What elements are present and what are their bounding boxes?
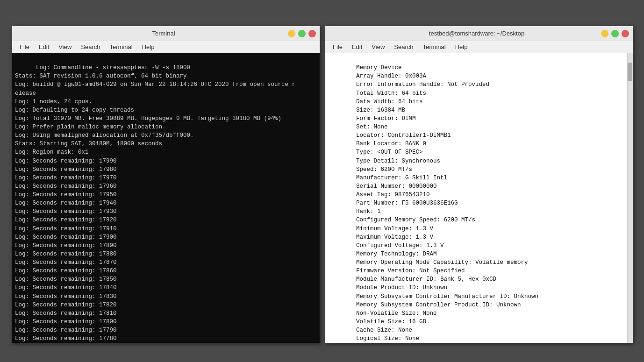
minimize-button-1[interactable]: – [288, 30, 295, 37]
window-title-1: Terminal [39, 30, 288, 37]
minimize-button-2[interactable]: – [601, 30, 608, 37]
terminal-body-1: Log: Commandline - stressapptest -W -s 1… [12, 53, 320, 343]
desktop: Terminal – ❐ ✕ File Edit View Search Ter… [0, 0, 644, 362]
terminal-window-2: testbed@tomshardware: ~/Desktop – ❐ ✕ Fi… [325, 26, 633, 343]
menu-terminal-2[interactable]: Terminal [419, 43, 450, 51]
maximize-button-2[interactable]: ❐ [611, 30, 619, 37]
close-button-1[interactable]: ✕ [308, 30, 316, 37]
terminal-text-2: Memory Device Array Handle: 0x003A Error… [328, 64, 538, 342]
scrollbar-2[interactable] [627, 53, 633, 343]
title-bar-controls-2: – ❐ ✕ [601, 30, 629, 37]
menu-bar-1: File Edit View Search Terminal Help [12, 41, 320, 53]
menu-edit-1[interactable]: Edit [35, 43, 53, 51]
terminal-text-1: Log: Commandline - stressapptest -W -s 1… [15, 64, 295, 343]
scrollbar-thumb-2[interactable] [628, 63, 632, 81]
menu-search-1[interactable]: Search [77, 43, 104, 51]
terminal-window-1: Terminal – ❐ ✕ File Edit View Search Ter… [12, 26, 320, 343]
menu-edit-2[interactable]: Edit [348, 43, 366, 51]
menu-view-1[interactable]: View [55, 43, 75, 51]
title-bar-2: testbed@tomshardware: ~/Desktop – ❐ ✕ [325, 26, 633, 41]
title-bar-1: Terminal – ❐ ✕ [12, 26, 320, 41]
terminal-body-2: Memory Device Array Handle: 0x003A Error… [325, 53, 627, 343]
title-bar-controls-1: – ❐ ✕ [288, 30, 316, 37]
menu-file-1[interactable]: File [16, 43, 33, 51]
maximize-button-1[interactable]: ❐ [298, 30, 306, 37]
window-title-2: testbed@tomshardware: ~/Desktop [352, 30, 601, 37]
menu-bar-2: File Edit View Search Terminal Help [325, 41, 633, 53]
close-button-2[interactable]: ✕ [622, 30, 629, 37]
terminal-scroll-area-2: Memory Device Array Handle: 0x003A Error… [325, 53, 633, 343]
menu-view-2[interactable]: View [368, 43, 388, 51]
menu-help-1[interactable]: Help [138, 43, 158, 51]
menu-file-2[interactable]: File [329, 43, 346, 51]
menu-terminal-1[interactable]: Terminal [106, 43, 136, 51]
menu-help-2[interactable]: Help [451, 43, 472, 51]
menu-search-2[interactable]: Search [390, 43, 417, 51]
